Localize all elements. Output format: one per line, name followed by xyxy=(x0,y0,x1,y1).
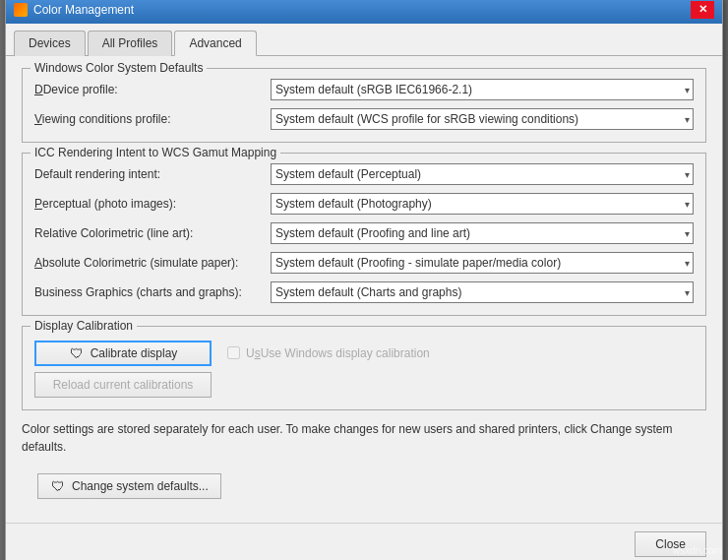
shield-icon: 🛡 xyxy=(50,478,66,494)
calibration-legend: Display Calibration xyxy=(30,319,137,333)
business-label: Business Graphics (charts and graphs): xyxy=(34,285,271,299)
close-window-button[interactable]: ✕ xyxy=(691,1,714,19)
device-profile-label: DDevice profile: xyxy=(34,83,271,96)
business-select-wrapper[interactable]: System default (Charts and graphs) xyxy=(271,281,694,303)
tab-all-profiles[interactable]: All Profiles xyxy=(88,31,173,56)
main-content: Windows Color System Defaults DDevice pr… xyxy=(6,56,722,523)
absolute-row: Absolute Colorimetric (simulate paper): … xyxy=(34,252,694,274)
window-title: Color Management xyxy=(33,3,134,17)
windows-calibration-row: UsUse Windows display calibration xyxy=(227,346,430,360)
reload-calibrations-button[interactable]: Reload current calibrations xyxy=(34,372,212,398)
business-row: Business Graphics (charts and graphs): S… xyxy=(34,281,694,303)
main-window: Color Management ✕ Devices All Profiles … xyxy=(5,0,723,560)
windows-calibration-checkbox[interactable] xyxy=(227,346,240,359)
viewing-conditions-select-wrapper[interactable]: System default (WCS profile for sRGB vie… xyxy=(271,108,694,130)
calibration-group: Display Calibration 🛡 Calibrate display … xyxy=(22,326,706,410)
absolute-select[interactable]: System default (Proofing - simulate pape… xyxy=(271,252,694,274)
icc-rendering-legend: ICC Rendering Intent to WCS Gamut Mappin… xyxy=(30,146,280,159)
default-rendering-select[interactable]: System default (Perceptual) xyxy=(271,163,694,185)
tab-advanced[interactable]: Advanced xyxy=(174,31,256,56)
relative-select[interactable]: System default (Proofing and line art) xyxy=(271,222,694,244)
perceptual-select-wrapper[interactable]: System default (Photography) xyxy=(271,193,694,215)
relative-label: Relative Colorimetric (line art): xyxy=(34,226,271,240)
tabs-bar: Devices All Profiles Advanced xyxy=(6,24,722,56)
device-profile-select[interactable]: System default (sRGB IEC61966-2.1) xyxy=(271,79,694,100)
device-profile-row: DDevice profile: System default (sRGB IE… xyxy=(34,79,694,100)
windows-calibration-label: UsUse Windows display calibration xyxy=(246,346,430,360)
calibrate-display-button[interactable]: 🛡 Calibrate display xyxy=(34,341,212,366)
absolute-select-wrapper[interactable]: System default (Proofing - simulate pape… xyxy=(271,252,694,274)
calibration-buttons: 🛡 Calibrate display Reload current calib… xyxy=(34,341,212,398)
change-system-defaults-button[interactable]: 🛡 Change system defaults... xyxy=(37,473,221,499)
tab-devices[interactable]: Devices xyxy=(14,31,86,56)
viewing-conditions-select[interactable]: System default (WCS profile for sRGB vie… xyxy=(271,108,694,130)
device-profile-select-wrapper[interactable]: System default (sRGB IEC61966-2.1) xyxy=(271,79,694,100)
perceptual-select[interactable]: System default (Photography) xyxy=(271,193,694,215)
windows-color-system-group: Windows Color System Defaults DDevice pr… xyxy=(22,68,706,143)
default-rendering-select-wrapper[interactable]: System default (Perceptual) xyxy=(271,163,694,185)
app-icon xyxy=(14,3,28,17)
perceptual-row: Perceptual (photo images): System defaul… xyxy=(34,193,694,215)
bottom-bar: Close xyxy=(6,523,722,561)
relative-select-wrapper[interactable]: System default (Proofing and line art) xyxy=(271,222,694,244)
watermark: wsxdn.com xyxy=(673,545,722,556)
default-rendering-row: Default rendering intent: System default… xyxy=(34,163,694,185)
viewing-conditions-label: Viewing conditions profile: xyxy=(34,112,271,126)
calibration-content: 🛡 Calibrate display Reload current calib… xyxy=(34,341,694,398)
title-bar: Color Management ✕ xyxy=(6,0,722,24)
absolute-label: Absolute Colorimetric (simulate paper): xyxy=(34,256,271,270)
title-bar-left: Color Management xyxy=(14,3,134,17)
business-select[interactable]: System default (Charts and graphs) xyxy=(271,281,694,303)
default-rendering-label: Default rendering intent: xyxy=(34,167,271,181)
windows-color-system-legend: Windows Color System Defaults xyxy=(30,61,207,75)
relative-row: Relative Colorimetric (line art): System… xyxy=(34,222,694,244)
viewing-conditions-row: Viewing conditions profile: System defau… xyxy=(34,108,694,130)
info-text: Color settings are stored separately for… xyxy=(22,420,706,456)
footer-area: 🛡 Change system defaults... xyxy=(22,466,706,511)
perceptual-label: Perceptual (photo images): xyxy=(34,197,271,211)
calibrate-icon: 🛡 xyxy=(69,345,85,361)
icc-rendering-group: ICC Rendering Intent to WCS Gamut Mappin… xyxy=(22,153,706,316)
